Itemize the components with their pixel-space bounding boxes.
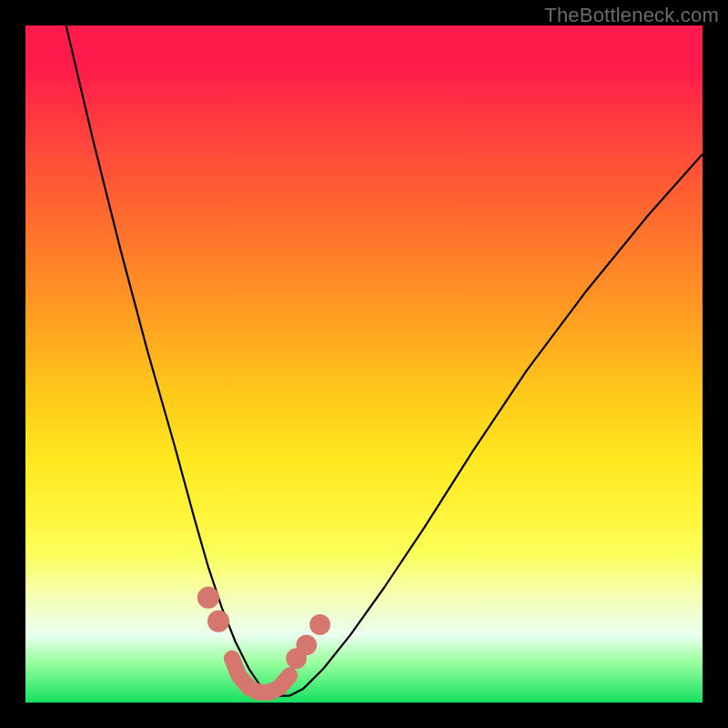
marker-left-lower	[207, 611, 229, 632]
marker-right-3	[309, 614, 330, 635]
bottleneck-curve	[66, 25, 703, 696]
valley-strip	[232, 659, 289, 693]
marker-right-2	[296, 634, 317, 655]
plot-area	[25, 25, 703, 703]
chart-svg	[25, 25, 703, 703]
markers-group	[197, 587, 330, 669]
chart-frame: TheBottleneck.com	[0, 0, 728, 728]
marker-left-upper	[197, 587, 219, 609]
watermark-text: TheBottleneck.com	[544, 4, 719, 27]
